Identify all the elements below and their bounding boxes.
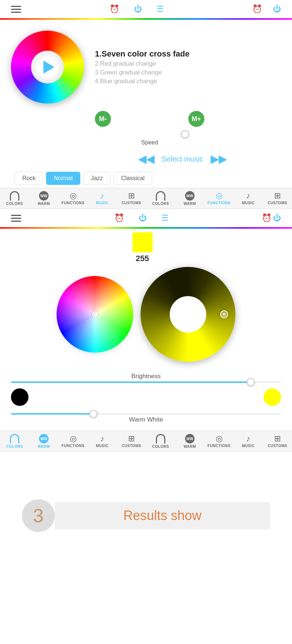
genre-classical[interactable]: Classical	[114, 172, 152, 185]
results-text: Results show	[123, 508, 201, 523]
genre-tabs: Rock Normal Jazz Classical	[4, 169, 292, 188]
slider-colors-row	[0, 388, 292, 406]
nav2-functions-label-1: FUNCTIONS	[62, 444, 85, 448]
nav2-functions-icon-1: ◎	[70, 435, 77, 443]
warm-icon-2: WW	[185, 191, 195, 201]
nav2-warm-2[interactable]: WW WARM	[175, 431, 204, 451]
colors-icon-2	[156, 191, 165, 201]
cd-color-cursor[interactable]	[220, 310, 228, 318]
hamburger-icon-2[interactable]	[11, 214, 21, 222]
cd-color-cursor-inner	[223, 313, 225, 315]
sliders-row: Brightness	[0, 365, 292, 387]
list-icon-1[interactable]: ☰	[157, 4, 164, 14]
power-icon-1[interactable]: ⏻	[134, 4, 142, 14]
nav2-colors-2[interactable]: COLORS	[146, 431, 175, 451]
nav-customs-label-1: CUSTOMS	[122, 201, 141, 205]
prev-music-btn[interactable]: ◀◀	[138, 153, 154, 165]
nav2-customs-1[interactable]: ⊞ CUSTOMS	[117, 431, 146, 451]
yellow-dot	[264, 388, 281, 406]
alarm-icon-3[interactable]: ⏰	[114, 213, 124, 223]
nav2-colors-icon-1	[10, 434, 19, 443]
power-icon-3[interactable]: ⏻	[139, 213, 147, 223]
nav2-music-label-1: MUSIC	[96, 444, 109, 448]
results-section: 3 Results show	[0, 452, 292, 554]
nav-colors-1[interactable]: COLORS	[0, 188, 29, 209]
cd-disc[interactable]	[11, 31, 84, 104]
nav2-functions-icon-2: ◎	[216, 435, 223, 443]
play-button[interactable]	[43, 61, 54, 74]
power-icon-4[interactable]: ⏻	[273, 213, 281, 222]
top-bar-1: ⏰ ⏻ ☰ ⏰ ⏻	[0, 0, 292, 18]
bottom-nav-1: COLORS WW WARM ◎ FUNCTIONS ♪ MUSIC ⊞ CUS…	[0, 188, 292, 209]
nav-colors-label-2: COLORS	[152, 202, 169, 206]
nav-customs-1[interactable]: ⊞ CUSTOMS	[117, 188, 146, 209]
warm-slider[interactable]	[11, 413, 281, 415]
nav-functions-label-2: FUNCTIONS	[208, 201, 231, 205]
hue-wheel[interactable]	[57, 276, 133, 353]
power-icon-2[interactable]: ⏻	[273, 4, 281, 14]
top-bar-2: ⏰ ⏻ ☰ ⏰ ⏻	[0, 209, 292, 227]
color-preview-row: 255	[0, 229, 292, 263]
music-item-1[interactable]: 1.Seven color cross fade	[95, 49, 281, 59]
speed-section: M- M+ Speed	[84, 107, 215, 150]
nav2-music-1[interactable]: ♪ MUSIC	[88, 431, 117, 451]
music-item-2[interactable]: 2.Red gradual change	[95, 60, 281, 67]
cd-color-disc[interactable]	[141, 267, 235, 362]
color-preview-col: 255	[132, 232, 153, 263]
hamburger-icon[interactable]	[11, 5, 21, 13]
black-dot	[11, 388, 28, 406]
genre-jazz[interactable]: Jazz	[83, 172, 111, 185]
nav2-customs-2[interactable]: ⊞ CUSTOMS	[263, 431, 292, 451]
nav2-customs-icon-1: ⊞	[128, 435, 135, 443]
nav2-functions-1[interactable]: ◎ FUNCTIONS	[58, 431, 88, 451]
nav2-music-icon-2: ♪	[246, 435, 250, 443]
nav-functions-1[interactable]: ◎ FUNCTIONS	[58, 188, 88, 209]
alarm-icon-2[interactable]: ⏰	[252, 4, 262, 14]
music-section: ⏰ ⏻ ☰ ⏰ ⏻ 1.Seven color cross fade 2.Red…	[0, 0, 292, 188]
nav-music-1[interactable]: ♪ MUSIC	[88, 188, 117, 209]
warm-slider-section: Warm White	[0, 406, 292, 427]
select-music-row: ◀◀ Select music ▶▶	[73, 150, 292, 169]
nav-colors-2[interactable]: COLORS	[146, 188, 175, 209]
music-item-3[interactable]: 3.Green gradual change	[95, 69, 281, 76]
nav2-warm-1[interactable]: WW WARM	[29, 431, 58, 451]
nav-functions-2[interactable]: ◎ FUNCTIONS	[204, 188, 234, 209]
customs-icon-1: ⊞	[128, 192, 135, 200]
nav2-customs-label-2: CUSTOMS	[268, 444, 287, 448]
speed-plus-btn[interactable]: M+	[188, 111, 204, 127]
nav-customs-2[interactable]: ⊞ CUSTOMS	[263, 188, 292, 209]
hue-wheel-cursor[interactable]	[92, 311, 98, 317]
alarm-icon-4[interactable]: ⏰	[262, 213, 272, 222]
nav2-music-2[interactable]: ♪ MUSIC	[234, 431, 263, 451]
alarm-icon-1[interactable]: ⏰	[110, 4, 119, 14]
music-content: 1.Seven color cross fade 2.Red gradual c…	[0, 20, 292, 107]
nav-music-2[interactable]: ♪ MUSIC	[234, 188, 263, 209]
select-music-label: Select music	[162, 155, 203, 163]
nav2-colors-icon-2	[156, 434, 165, 443]
brightness-slider[interactable]	[11, 381, 281, 383]
nav2-music-label-2: MUSIC	[242, 444, 255, 448]
music-item-4[interactable]: 4.Blue gradual change	[95, 78, 281, 85]
nav2-colors-1[interactable]: COLORS	[0, 431, 29, 451]
nav2-warm-label-2: WARM	[184, 445, 196, 449]
nav-warm-1[interactable]: WW WARM	[29, 188, 58, 209]
nav2-warm-label-1: WARM	[38, 445, 50, 449]
speed-slider[interactable]	[95, 133, 204, 135]
genre-normal[interactable]: Normal	[46, 172, 80, 185]
nav-warm-label-2: WARM	[184, 202, 196, 206]
nav2-warm-icon-1: WW	[39, 434, 49, 443]
color-wheels-row	[0, 263, 292, 365]
nav2-customs-label-1: CUSTOMS	[122, 444, 141, 448]
nav-music-label-2: MUSIC	[242, 201, 255, 205]
speed-minus-btn[interactable]: M-	[95, 111, 111, 127]
nav2-colors-label-2: COLORS	[152, 445, 169, 449]
next-music-btn[interactable]: ▶▶	[211, 153, 227, 165]
nav2-functions-2[interactable]: ◎ FUNCTIONS	[204, 431, 234, 451]
nav-music-label-1: MUSIC	[96, 201, 109, 205]
music-icon-1: ♪	[100, 192, 104, 200]
list-icon-2[interactable]: ☰	[161, 213, 169, 223]
genre-rock[interactable]: Rock	[15, 172, 43, 185]
nav-warm-2[interactable]: WW WARM	[175, 188, 204, 209]
color-section: ⏰ ⏻ ☰ ⏰ ⏻ 255 Brightness	[0, 209, 292, 427]
center-icons: ⏰ ⏻ ☰	[110, 4, 164, 14]
